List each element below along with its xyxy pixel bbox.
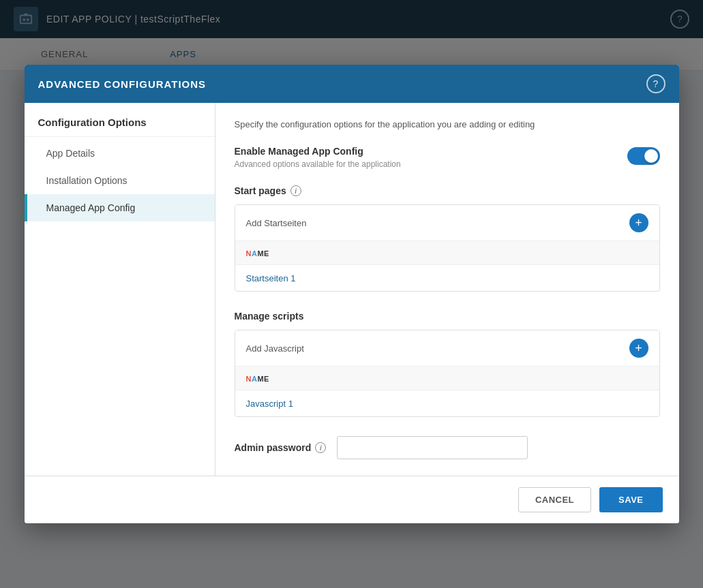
enable-managed-sublabel: Advanced options available for the appli… [235,159,401,169]
start-pages-panel-header: Add Startseiten + [235,205,659,241]
add-javascript-label: Add Javascript [246,343,304,354]
modal-main-content: Specify the configuration options for th… [215,103,679,476]
manage-scripts-title: Manage scripts [235,311,304,322]
start-pages-title: Start pages [235,185,286,196]
modal-help-icon[interactable]: ? [646,74,665,93]
modal-body: Configuration Options App Details Instal… [25,103,679,476]
add-startseiten-button[interactable]: + [629,213,648,232]
admin-password-input[interactable] [337,436,528,459]
add-startseiten-label: Add Startseiten [246,218,307,228]
section-description: Specify the configuration options for th… [235,119,660,129]
sidebar-item-managed-app-config[interactable]: Managed App Config [25,194,215,221]
admin-password-label: Admin password i [235,442,327,453]
cancel-button[interactable]: CANCEL [518,487,591,512]
modal-header: ADVANCED CONFIGURATIONS ? [25,65,679,103]
manage-scripts-column-header: NAME [246,375,269,383]
enable-managed-toggle-row: Enable Managed App Config Advanced optio… [235,146,660,169]
sidebar-item-installation-options[interactable]: Installation Options [25,167,215,194]
modal-overlay: ADVANCED CONFIGURATIONS ? Configuration … [0,0,703,588]
startseiten-1-link[interactable]: Startseiten 1 [246,273,296,283]
manage-scripts-table-header: NAME [235,367,659,390]
enable-managed-label: Enable Managed App Config [235,146,401,157]
start-pages-panel: Add Startseiten + NAME Startseiten 1 [235,204,660,292]
table-row: Javascript 1 [235,390,659,416]
manage-scripts-panel-header: Add Javascript + [235,330,659,367]
start-pages-column-header: NAME [246,249,269,258]
start-pages-heading: Start pages i [235,185,660,196]
modal-title: ADVANCED CONFIGURATIONS [38,78,207,90]
add-javascript-button[interactable]: + [629,339,648,358]
admin-password-row: Admin password i [235,436,660,459]
sidebar-item-app-details[interactable]: App Details [25,140,215,167]
sidebar-section-title: Configuration Options [25,117,215,137]
manage-scripts-heading: Manage scripts [235,311,660,322]
enable-managed-toggle[interactable] [627,147,660,165]
javascript-1-link[interactable]: Javascript 1 [246,399,293,409]
manage-scripts-panel: Add Javascript + NAME Javascript 1 [235,330,660,417]
start-pages-info-icon[interactable]: i [290,185,301,196]
save-button[interactable]: SAVE [599,487,662,512]
modal-sidebar: Configuration Options App Details Instal… [25,103,215,476]
advanced-configurations-modal: ADVANCED CONFIGURATIONS ? Configuration … [25,65,679,523]
table-row: Startseiten 1 [235,265,659,291]
enable-managed-labels: Enable Managed App Config Advanced optio… [235,146,401,169]
start-pages-table-header: NAME [235,241,659,265]
admin-password-info-icon[interactable]: i [315,442,326,453]
modal-footer: CANCEL SAVE [25,476,679,523]
